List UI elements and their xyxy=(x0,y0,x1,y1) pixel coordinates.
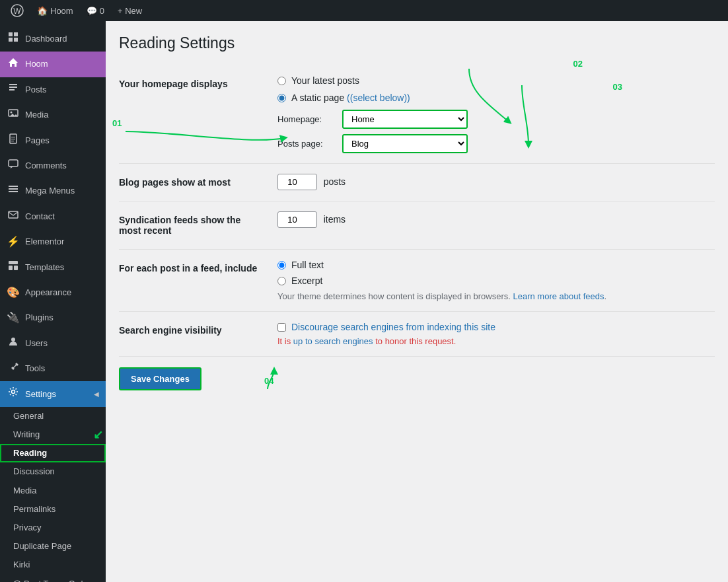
adminbar-comments[interactable]: 💬 0 xyxy=(81,0,110,21)
svg-rect-5 xyxy=(14,38,18,42)
sidebar-label-contact: Contact xyxy=(25,211,55,223)
sidebar: Dashboard Hoom Posts Media Pages xyxy=(0,21,106,582)
svg-rect-21 xyxy=(9,191,18,192)
homepage-displays-td: Your latest posts A static page ((select… xyxy=(271,65,715,164)
sidebar-label-tools: Tools xyxy=(25,363,45,375)
search-visibility-td: Discourage search engines from indexing … xyxy=(271,312,715,357)
search-visibility-checkbox-label[interactable]: Discourage search engines from indexing … xyxy=(291,322,495,332)
sidebar-item-plugins[interactable]: 🔌 Plugins xyxy=(0,305,106,330)
appearance-icon: 🎨 xyxy=(7,285,20,300)
posts-page-select-label: Posts page: xyxy=(277,139,337,149)
submenu-privacy[interactable]: Privacy xyxy=(0,519,106,537)
syndication-suffix: items xyxy=(324,214,346,225)
annotation-01: 01 xyxy=(112,118,122,128)
annotation-02: 02 xyxy=(573,59,583,69)
syndication-label: Syndication feeds show the most recent xyxy=(119,201,271,250)
save-changes-button[interactable]: Save Changes xyxy=(119,367,201,390)
sidebar-label-settings: Settings xyxy=(25,388,56,400)
syndication-td: items xyxy=(271,201,715,250)
home-icon: 🏠 xyxy=(37,6,48,16)
submenu-writing[interactable]: Writing ↙ xyxy=(0,425,106,444)
radio-latest-posts[interactable] xyxy=(277,77,286,85)
sidebar-item-comments[interactable]: Comments xyxy=(0,153,106,178)
sidebar-label-pages: Pages xyxy=(25,135,50,147)
pages-icon xyxy=(7,133,20,148)
sidebar-item-contact[interactable]: Contact xyxy=(0,204,106,229)
sidebar-item-posts[interactable]: Posts xyxy=(0,77,106,102)
wp-logo[interactable]: W xyxy=(5,4,29,17)
sidebar-item-users[interactable]: Users xyxy=(0,331,106,356)
reading-settings-form: Your homepage displays Your latest posts xyxy=(119,65,715,390)
posts-page-select[interactable]: Blog Home About Contact xyxy=(342,134,468,153)
submenu-post-types-order[interactable]: ⚙ Post Types Order xyxy=(0,575,106,582)
comments-icon: 💬 xyxy=(87,6,97,16)
sidebar-item-media[interactable]: Media xyxy=(0,102,106,127)
blog-pages-suffix: posts xyxy=(324,176,346,187)
svg-rect-14 xyxy=(11,137,15,137)
sidebar-item-appearance[interactable]: 🎨 Appearance xyxy=(0,280,106,305)
sidebar-item-elementor[interactable]: ⚡ Elementor xyxy=(0,229,106,254)
sidebar-item-templates[interactable]: Templates xyxy=(0,255,106,280)
submenu-permalinks[interactable]: Permalinks xyxy=(0,500,106,519)
svg-rect-8 xyxy=(9,87,17,88)
sidebar-item-dashboard[interactable]: Dashboard xyxy=(0,26,106,52)
radio-static-page[interactable] xyxy=(277,94,286,102)
svg-marker-12 xyxy=(10,114,18,116)
svg-rect-15 xyxy=(11,139,15,139)
sidebar-label-mega-menus: Mega Menus xyxy=(25,185,75,197)
settings-form-wrapper: 01 02 03 04 Your homepage displays xyxy=(119,65,715,390)
submenu-general[interactable]: General xyxy=(0,407,106,425)
blog-pages-input[interactable] xyxy=(277,174,317,190)
page-title: Reading Settings xyxy=(119,34,715,52)
svg-point-11 xyxy=(11,112,13,114)
homepage-displays-options: Your latest posts A static page ((select… xyxy=(277,75,708,103)
radio-latest-posts-option[interactable]: Your latest posts xyxy=(277,75,708,86)
sidebar-item-hoom[interactable]: Hoom xyxy=(0,52,106,77)
feed-full-text-option[interactable]: Full text xyxy=(277,260,708,270)
adminbar-new[interactable]: + New xyxy=(112,0,147,21)
feed-excerpt-label: Excerpt xyxy=(291,275,322,286)
feed-note: Your theme determines how content is dis… xyxy=(277,291,708,301)
elementor-icon: ⚡ xyxy=(7,235,20,249)
radio-static-page-option[interactable]: A static page ((select below)) xyxy=(277,92,708,103)
settings-icon xyxy=(7,386,20,401)
feed-excerpt-option[interactable]: Excerpt xyxy=(277,275,708,286)
sidebar-item-pages[interactable]: Pages xyxy=(0,128,106,153)
visibility-note: It is up to search engines to honor this… xyxy=(277,336,708,346)
hoom-icon xyxy=(7,57,20,71)
radio-full-text[interactable] xyxy=(277,261,286,270)
submenu-duplicate-page[interactable]: Duplicate Page xyxy=(0,537,106,556)
submenu-reading[interactable]: Reading xyxy=(0,444,106,462)
svg-rect-2 xyxy=(9,32,13,36)
svg-marker-6 xyxy=(9,58,18,67)
media-icon xyxy=(7,108,20,122)
blog-pages-td: posts xyxy=(271,164,715,201)
svg-rect-9 xyxy=(9,89,15,91)
sidebar-item-settings[interactable]: Settings ◀ xyxy=(0,381,106,406)
syndication-input[interactable] xyxy=(277,211,317,228)
static-page-selects: Homepage: Home About Contact Blog xyxy=(277,110,708,153)
feed-learn-more-link[interactable]: Learn more about feeds xyxy=(513,291,604,301)
tools-icon xyxy=(7,361,20,376)
submenu-media[interactable]: Media xyxy=(0,482,106,500)
adminbar-site[interactable]: 🏠 Hoom xyxy=(32,0,79,21)
writing-arrow: ↙ xyxy=(93,427,103,443)
sidebar-label-media: Media xyxy=(25,109,48,121)
submenu-kirki[interactable]: Kirki xyxy=(0,556,106,574)
svg-point-27 xyxy=(12,390,15,394)
sidebar-item-tools[interactable]: Tools xyxy=(0,356,106,381)
mega-menus-icon xyxy=(7,184,20,198)
sidebar-label-comments: Comments xyxy=(25,160,67,172)
radio-latest-posts-label: Your latest posts xyxy=(291,75,359,86)
search-visibility-checkbox[interactable] xyxy=(277,323,286,332)
svg-rect-20 xyxy=(9,188,18,190)
blog-pages-row: Blog pages show at most posts xyxy=(119,164,715,201)
submenu-discussion[interactable]: Discussion xyxy=(0,462,106,481)
radio-excerpt[interactable] xyxy=(277,277,286,285)
sidebar-item-mega-menus[interactable]: Mega Menus xyxy=(0,178,106,203)
dashboard-icon xyxy=(7,32,20,46)
svg-rect-22 xyxy=(9,211,18,218)
annotation-03: 03 xyxy=(613,82,622,92)
homepage-select[interactable]: Home About Contact Blog xyxy=(342,110,468,129)
homepage-select-label: Homepage: xyxy=(277,114,337,124)
